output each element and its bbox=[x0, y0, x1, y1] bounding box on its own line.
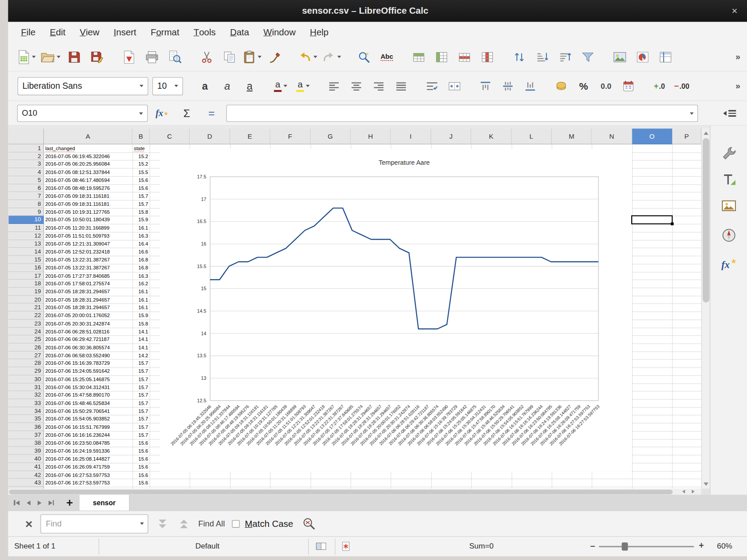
delete-decimal-button[interactable]: −.00 bbox=[673, 75, 691, 97]
name-box[interactable]: O10 bbox=[17, 105, 148, 122]
highlight-dropdown-arrow[interactable] bbox=[306, 85, 310, 87]
open-dropdown-arrow[interactable] bbox=[57, 56, 61, 58]
redo-button[interactable] bbox=[322, 46, 341, 68]
paste-button[interactable] bbox=[243, 46, 262, 68]
functions-panel-button[interactable]: fx bbox=[718, 254, 739, 275]
find-input[interactable] bbox=[45, 518, 138, 529]
undo-button[interactable] bbox=[298, 46, 317, 68]
horizontal-scrollbar-thumb[interactable] bbox=[9, 489, 672, 494]
zoom-out-button[interactable]: – bbox=[590, 541, 595, 551]
vertical-scrollbar[interactable] bbox=[701, 129, 709, 488]
next-sheet-button[interactable] bbox=[38, 500, 42, 505]
paste-dropdown-arrow[interactable] bbox=[258, 56, 262, 58]
match-case-label[interactable]: Match Case bbox=[245, 518, 293, 529]
font-name-dropdown-arrow[interactable] bbox=[140, 85, 144, 87]
name-box-dropdown-arrow[interactable] bbox=[139, 112, 143, 114]
zoom-slider[interactable] bbox=[599, 546, 694, 547]
navigator-panel-button[interactable] bbox=[718, 225, 739, 246]
align-center-button[interactable] bbox=[347, 75, 365, 97]
center-vertically-button[interactable] bbox=[499, 75, 517, 97]
menu-view[interactable]: View bbox=[72, 22, 106, 43]
scroll-left-arrow[interactable] bbox=[682, 490, 685, 494]
date-format-button[interactable] bbox=[619, 75, 637, 97]
find-next-button[interactable] bbox=[155, 519, 170, 529]
delete-row-button[interactable] bbox=[455, 46, 474, 68]
undo-dropdown-arrow[interactable] bbox=[314, 56, 318, 58]
insert-column-button[interactable] bbox=[432, 46, 451, 68]
font-name-select[interactable]: Liberation Sans bbox=[18, 77, 148, 95]
formatting-overflow-button[interactable]: » bbox=[736, 81, 740, 91]
function-wizard-button[interactable]: fx★ bbox=[151, 104, 173, 122]
sort-button[interactable] bbox=[510, 46, 528, 68]
underline-button[interactable]: a bbox=[241, 75, 259, 97]
sort-descending-button[interactable] bbox=[556, 46, 574, 68]
print-preview-button[interactable] bbox=[166, 46, 184, 68]
menu-insert[interactable]: Insert bbox=[106, 22, 144, 43]
clone-formatting-button[interactable] bbox=[266, 46, 284, 68]
menu-file[interactable]: File bbox=[14, 22, 42, 43]
find-previous-button[interactable] bbox=[177, 519, 191, 529]
font-color-dropdown-arrow[interactable] bbox=[284, 85, 288, 87]
find-all-button[interactable]: Find All bbox=[198, 519, 225, 529]
font-size-select[interactable]: 10 bbox=[152, 77, 183, 95]
align-left-button[interactable] bbox=[325, 75, 343, 97]
last-sheet-button[interactable] bbox=[48, 500, 53, 505]
font-size-dropdown-arrow[interactable] bbox=[174, 85, 178, 87]
zoom-slider-thumb[interactable] bbox=[622, 542, 628, 550]
spelling-button[interactable]: Abc bbox=[378, 46, 396, 68]
cut-button[interactable] bbox=[198, 46, 216, 68]
add-sheet-button[interactable]: + bbox=[60, 495, 80, 511]
equals-button[interactable]: = bbox=[201, 104, 223, 122]
scroll-up-arrow[interactable] bbox=[704, 132, 709, 135]
menu-data[interactable]: Data bbox=[223, 22, 256, 43]
find-and-replace-button[interactable] bbox=[300, 513, 319, 535]
menu-tools[interactable]: Tools bbox=[186, 22, 223, 43]
open-button[interactable] bbox=[41, 46, 61, 68]
align-right-button[interactable] bbox=[370, 75, 388, 97]
first-sheet-button[interactable] bbox=[14, 500, 19, 505]
close-find-bar-button[interactable]: × bbox=[25, 518, 32, 530]
menu-help[interactable]: Help bbox=[303, 22, 336, 43]
italic-button[interactable]: a bbox=[218, 75, 236, 97]
select-all-corner[interactable] bbox=[8, 129, 44, 144]
save-as-button[interactable] bbox=[88, 46, 106, 68]
align-bottom-button[interactable] bbox=[521, 75, 539, 97]
formula-input[interactable] bbox=[226, 105, 698, 122]
embedded-chart[interactable]: Temperature Aare12.51313.51414.51515.516… bbox=[160, 149, 632, 472]
previous-sheet-button[interactable] bbox=[27, 500, 30, 505]
document-modified-icon[interactable] bbox=[341, 541, 351, 551]
number-format-button[interactable]: 0.0 bbox=[597, 75, 615, 97]
close-button[interactable]: × bbox=[722, 5, 747, 17]
sheet-tab-sensor[interactable]: sensor bbox=[80, 495, 129, 511]
currency-format-button[interactable] bbox=[552, 75, 570, 97]
fill-handle[interactable] bbox=[671, 223, 673, 225]
match-case-checkbox[interactable] bbox=[232, 520, 239, 527]
styles-panel-button[interactable] bbox=[718, 170, 739, 190]
percent-format-button[interactable]: % bbox=[575, 75, 593, 97]
redo-dropdown-arrow[interactable] bbox=[337, 56, 341, 58]
horizontal-scrollbar[interactable] bbox=[8, 488, 701, 495]
scroll-right-arrow[interactable] bbox=[692, 490, 694, 494]
highlight-color-button[interactable]: a bbox=[294, 75, 312, 97]
bold-button[interactable]: a bbox=[196, 75, 214, 97]
copy-button[interactable] bbox=[220, 46, 239, 68]
save-button[interactable] bbox=[65, 46, 83, 68]
zoom-in-button[interactable]: + bbox=[699, 541, 704, 551]
delete-column-button[interactable] bbox=[478, 46, 497, 68]
find-replace-button[interactable] bbox=[355, 46, 373, 68]
new-document-button[interactable] bbox=[18, 46, 36, 68]
add-decimal-button[interactable]: +.0 bbox=[650, 75, 668, 97]
find-dropdown-arrow[interactable] bbox=[140, 522, 144, 525]
justify-button[interactable] bbox=[392, 75, 410, 97]
insert-chart-button[interactable] bbox=[633, 46, 652, 68]
sort-ascending-button[interactable] bbox=[533, 46, 551, 68]
toolbar-overflow-button[interactable]: » bbox=[736, 52, 740, 62]
wrap-text-button[interactable] bbox=[423, 75, 441, 97]
menu-format[interactable]: Format bbox=[144, 22, 186, 43]
sidebar-toggle-button[interactable] bbox=[719, 105, 739, 121]
gallery-panel-button[interactable] bbox=[718, 195, 739, 216]
menu-edit[interactable]: Edit bbox=[43, 22, 73, 43]
scroll-down-arrow[interactable] bbox=[704, 482, 709, 486]
new-dropdown-arrow[interactable] bbox=[32, 56, 36, 58]
merge-cells-button[interactable] bbox=[445, 75, 463, 97]
